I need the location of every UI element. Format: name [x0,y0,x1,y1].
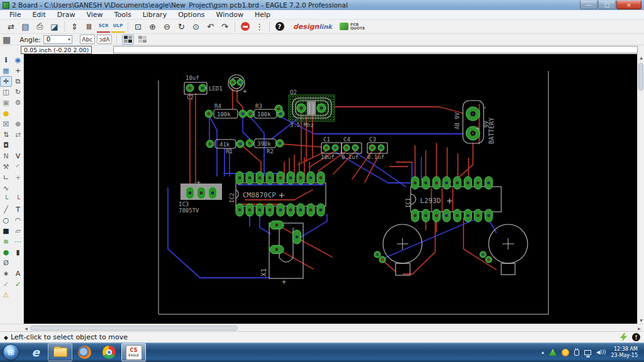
help-button[interactable]: ? [273,21,286,33]
pcb-quote-logo[interactable]: PCB QUOTE [340,23,365,30]
start-button[interactable]: ⊞ [3,344,19,361]
board-label[interactable]: LED1 [209,85,223,92]
taskbar-internet-explorer[interactable]: e [23,343,48,361]
tool-text[interactable]: T [12,204,24,215]
tool-split[interactable]: ∟ [0,172,12,183]
board-label[interactable]: + [475,124,480,133]
taskbar-firefox[interactable] [72,343,97,361]
board-label[interactable]: 100k [217,111,231,118]
tool-copy[interactable]: ⧉ [12,76,24,87]
board-label[interactable]: L293D [420,197,441,205]
redo-button[interactable]: ↷ [218,21,231,33]
tool-circle[interactable]: ○ [0,215,12,226]
maximize-button[interactable]: ▢ [598,1,616,9]
trace-bottom-layer[interactable] [243,118,250,139]
horizontal-scroll-thumb[interactable] [30,326,238,331]
ratsnest-status-icon[interactable] [620,333,627,342]
close-button[interactable]: × [616,1,641,9]
board-label[interactable]: C2 [187,94,194,101]
scroll-up-arrow[interactable]: ▲ [638,54,644,61]
vertical-scrollbar[interactable]: ▲ ▼ [637,54,644,324]
menu-item[interactable]: Edit [26,11,51,19]
tool-erc[interactable]: ✓ [0,279,12,290]
silkscreen-outline[interactable] [501,263,515,275]
text-style-button[interactable]: Abc [80,35,95,44]
tool-arc[interactable]: ◠ [12,215,24,226]
trace-top-layer[interactable] [237,89,243,111]
tool-smd[interactable]: ▮ [12,247,24,258]
board-label[interactable]: C3 [369,136,376,143]
run-script-button[interactable]: SCR [97,21,110,33]
tool-optimize[interactable]: + [12,172,24,183]
menu-item[interactable]: File [4,11,26,19]
cam-processor-button[interactable]: ◪ [48,21,61,33]
security-tray-icon[interactable] [562,349,569,356]
layer-settings-button[interactable]: Ⅲ [82,21,96,33]
trace-top-layer[interactable] [454,143,473,182]
board-label[interactable]: + [279,189,285,201]
speaker-icon[interactable]: ◀ ))) [596,349,606,355]
board-label[interactable]: 7805TV [179,207,199,214]
tool-pinswap[interactable]: ⇅ [0,129,12,140]
board-label[interactable]: C4 [343,136,350,143]
board-label[interactable]: R1 [226,148,233,155]
title-bar[interactable]: 2 Board - C:\Users\GANESH V\Documents\ea… [0,0,644,10]
zoom-select-button[interactable]: ⊙ [189,21,203,33]
board-label[interactable]: C1 [323,136,330,143]
board-label[interactable]: 3.5 Mhz [290,122,314,128]
tool-polygon[interactable]: ▱ [12,226,24,236]
tool-spare5[interactable] [12,290,24,300]
stop-button[interactable] [238,21,252,33]
board-label[interactable]: R2 [267,148,274,155]
run-ulp-button[interactable]: ULP [111,21,125,33]
board-label[interactable]: AB 9V [454,112,460,129]
menu-item[interactable]: Help [249,11,276,19]
board-label[interactable]: 0.1uf [341,154,358,160]
command-line-input[interactable] [113,46,638,53]
undo-button[interactable]: ↶ [204,21,217,33]
tool-errors[interactable]: ⚠ [0,290,12,300]
pcb-canvas[interactable]: 10ufC2LED1+R4100kR3100kQ23.5 Mhz41kR1390… [24,54,637,324]
tool-name[interactable]: N [0,151,12,162]
tool-change[interactable]: ⚙ [12,97,24,108]
menu-item[interactable]: Library [137,11,172,19]
component-body[interactable] [307,101,316,115]
tool-spare4[interactable] [12,258,24,268]
board-label[interactable]: - [482,103,487,112]
board-label[interactable]: IC2 [229,193,235,203]
menu-item[interactable]: Draw [52,11,81,19]
tool-group[interactable]: ▣ [0,97,12,108]
tool-rotate[interactable]: ↻ [12,87,24,97]
scroll-right-arrow[interactable]: ▶ [636,325,643,331]
angle-dropdown[interactable]: 0 ▾ [43,35,72,44]
trace-top-layer[interactable] [335,107,463,113]
board-label[interactable]: 390k [257,141,271,147]
tool-ripup[interactable]: └ [12,194,24,204]
board-label[interactable]: IC3 [179,201,189,207]
trace-top-layer[interactable] [300,239,332,257]
board-label[interactable]: + [196,178,201,187]
scroll-down-arrow[interactable]: ▼ [638,317,644,324]
antivirus-tray-icon[interactable] [549,349,557,356]
zoom-in-button[interactable]: ⊕ [146,21,159,33]
tool-auto[interactable]: A [12,268,24,279]
tool-add[interactable]: ⊕ [12,119,24,129]
print-button[interactable]: ⎙ [33,21,47,33]
tool-signal[interactable]: ⋯ [12,236,24,247]
vertical-scroll-thumb[interactable] [638,63,643,90]
board-label[interactable]: BATTERY [488,118,495,144]
taskbar-chrome[interactable] [97,343,121,361]
tool-wire[interactable]: ╱ [0,204,12,215]
tool-spare3[interactable] [12,183,24,194]
tool-delete[interactable]: ☒ [0,119,12,129]
display-mode-button-active[interactable] [122,35,134,45]
tool-show[interactable]: ◉ [12,55,24,65]
scroll-left-arrow[interactable]: ◀ [23,325,30,331]
board-label[interactable]: 10uf [321,154,335,160]
tool-ratsnest[interactable]: ∗ [0,268,12,279]
tool-smash[interactable]: ⚒ [0,162,12,172]
grid-button[interactable]: ▦ [3,35,11,45]
zoom-redraw-button[interactable]: ↻ [175,21,188,33]
board-label[interactable]: + [282,278,286,287]
trace-top-layer[interactable] [279,250,313,269]
